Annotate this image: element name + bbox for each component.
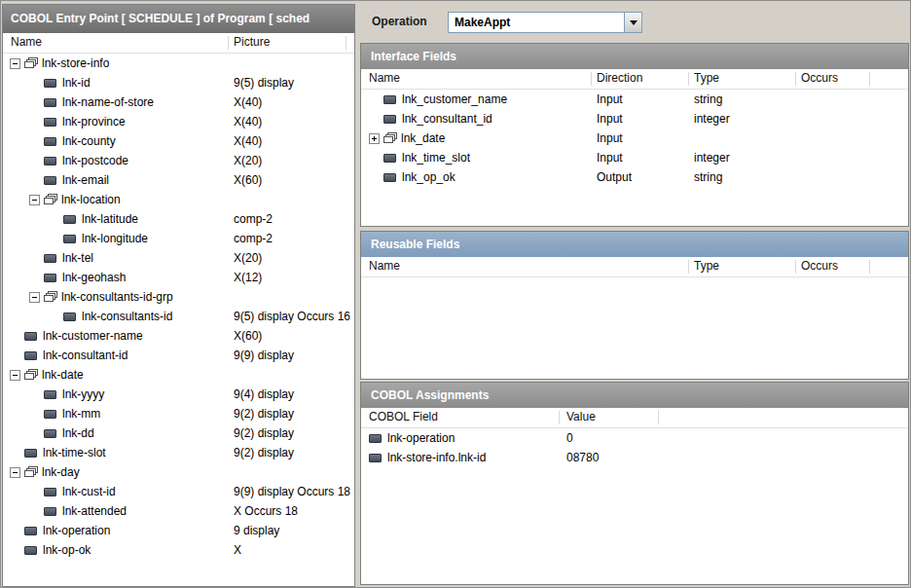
column-header-type[interactable]: Type [694,257,719,276]
column-separator [795,260,796,274]
expander-slot [29,195,44,205]
tree-row[interactable]: lnk-attendedX Occurs 18 [3,501,354,521]
dropdown-button[interactable] [624,13,641,32]
interface-field-row[interactable]: lnk_dateInput [361,129,908,148]
column-header-occurs[interactable]: Occurs [801,69,838,88]
column-header-occurs[interactable]: Occurs [801,257,838,276]
picture-value: X(60) [234,170,262,190]
assignment-value: 08780 [566,448,599,467]
picture-value: X(20) [234,248,262,268]
tree-row[interactable]: lnk-customer-nameX(60) [3,326,354,346]
expand-toggle-icon[interactable] [369,133,380,144]
tree-row[interactable]: lnk-op-okX [3,540,354,560]
field-name-label: lnk_time_slot [402,151,470,165]
collapse-toggle-icon[interactable] [10,467,20,478]
picture-value: X Occurs 18 [234,501,298,521]
tree-item-label: lnk-attended [62,504,127,518]
tree-row[interactable]: lnk-date [3,365,354,385]
tree-row[interactable]: lnk-telX(20) [3,248,354,268]
tree-item-label: lnk-location [61,193,121,206]
collapse-toggle-icon[interactable] [29,195,40,205]
field-icon [63,215,76,224]
tree-row[interactable]: lnk-longitudecomp-2 [3,229,354,248]
tree-row[interactable]: lnk-provinceX(40) [3,112,354,131]
column-separator [658,411,659,424]
tree-item-label: lnk-consultant-id [43,349,128,362]
tree-row[interactable]: lnk-latitudecomp-2 [3,209,354,229]
tree-item-label: lnk-day [42,465,80,479]
cobol-field-label: lnk-operation [387,431,455,445]
expander-slot [369,133,383,144]
tree-item-label: lnk-mm [62,407,100,421]
operation-selected-value: MakeAppt [449,13,624,32]
field-icon [44,157,56,165]
picture-value: X(60) [234,326,262,346]
tree-row[interactable]: lnk-day [3,462,354,482]
tree-row[interactable]: lnk-postcodeX(20) [3,151,354,170]
type-value: integer [694,109,730,129]
direction-value: Input [597,109,623,129]
field-icon [369,454,382,462]
interface-field-row[interactable]: lnk_op_okOutputstring [361,167,908,187]
picture-value: X [234,540,241,560]
direction-value: Input [597,129,623,148]
tree-row[interactable]: lnk-countyX(40) [3,131,354,151]
interface-field-row[interactable]: lnk_time_slotInputinteger [361,148,908,167]
interface-field-row[interactable]: lnk_consultant_idInputinteger [361,109,908,129]
expander-slot [10,467,24,478]
tree-row[interactable]: lnk-consultant-id9(9) display [3,346,354,365]
tree-row[interactable]: lnk-name-of-storeX(40) [3,92,354,112]
tree-item-label: lnk-date [42,368,84,382]
expander-slot [29,292,44,303]
picture-value: 9 display [234,521,279,540]
collapse-toggle-icon[interactable] [29,292,40,303]
group-icon [44,194,57,205]
tree-row[interactable]: lnk-yyyy9(4) display [3,385,354,404]
column-header-name[interactable]: Name [11,33,42,52]
field-icon [24,332,37,341]
column-header-name[interactable]: Name [369,257,400,276]
tree-row[interactable]: lnk-consultants-id9(5) display Occurs 16 [3,307,354,326]
column-header-name[interactable]: Name [369,69,400,88]
picture-value: 9(5) display [234,73,294,92]
picture-value: 9(5) display Occurs 16 [234,307,350,326]
interface-fields-header: Interface Fields [361,44,908,69]
field-icon [24,546,37,555]
picture-value: X(12) [234,268,262,287]
collapse-toggle-icon[interactable] [10,58,20,69]
field-name-label: lnk_date [401,131,445,145]
column-header-direction[interactable]: Direction [597,69,642,88]
tree-row[interactable]: lnk-store-info [3,54,354,73]
collapse-toggle-icon[interactable] [10,370,20,381]
tree-row[interactable]: lnk-consultants-id-grp [3,287,354,307]
cobol-assignments-section: COBOL Assignments COBOL Field Value lnk-… [360,382,909,585]
field-icon [63,312,76,321]
mapping-detail-region: Operation MakeAppt Interface Fields Name… [360,4,909,585]
operation-dropdown[interactable]: MakeAppt [448,12,642,33]
cobol-assignment-row[interactable]: lnk-store-info.lnk-id08780 [361,448,908,467]
tree-row[interactable]: lnk-operation9 display [3,521,354,540]
column-header-value[interactable]: Value [566,408,596,426]
tree-row[interactable]: lnk-time-slot9(2) display [3,443,354,462]
column-header-cobol-field[interactable]: COBOL Field [369,408,438,426]
direction-value: Output [597,167,632,187]
chevron-down-icon [630,20,638,25]
column-header-type[interactable]: Type [694,69,719,88]
tree-row[interactable]: lnk-mm9(2) display [3,404,354,423]
field-icon [24,527,37,535]
column-header-picture[interactable]: Picture [234,33,270,52]
field-icon [369,434,382,443]
tree-item-label: lnk-postcode [62,154,128,167]
interface-field-row[interactable]: lnk_customer_nameInputstring [361,90,908,109]
reusable-fields-header: Reusable Fields [361,232,908,257]
tree-row[interactable]: lnk-location [3,190,354,209]
cobol-assignments-body: lnk-operation0lnk-store-info.lnk-id08780 [361,428,908,467]
tree-row[interactable]: lnk-emailX(60) [3,170,354,190]
tree-row[interactable]: lnk-geohashX(12) [3,268,354,287]
tree-row[interactable]: lnk-id9(5) display [3,73,354,92]
field-icon [44,390,56,399]
field-icon [44,488,56,496]
cobol-assignment-row[interactable]: lnk-operation0 [361,428,908,448]
tree-row[interactable]: lnk-cust-id9(9) display Occurs 18 [3,482,354,501]
tree-row[interactable]: lnk-dd9(2) display [3,423,354,443]
